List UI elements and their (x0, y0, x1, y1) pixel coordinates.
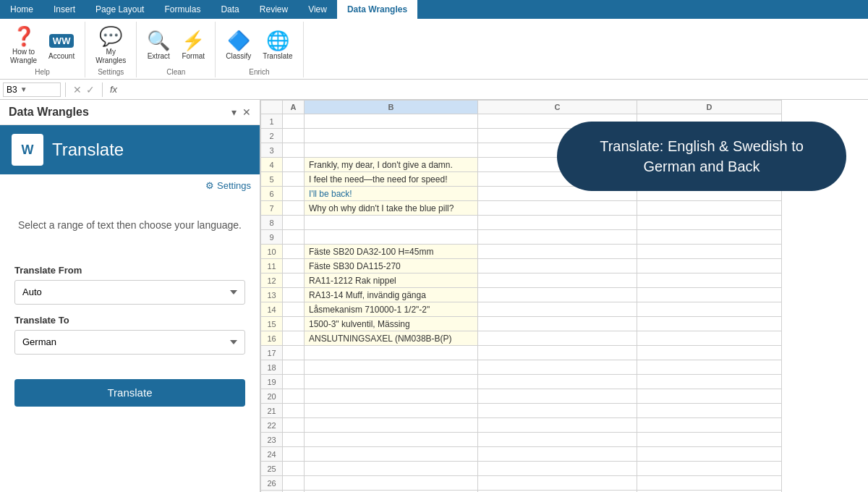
extract-button[interactable]: 🔍 Extract (142, 26, 174, 64)
cell-c24[interactable] (478, 447, 637, 462)
cell-a9[interactable] (283, 230, 305, 245)
tab-datawrangles[interactable]: Data Wrangles (337, 0, 417, 19)
cell-a20[interactable] (283, 389, 305, 404)
cell-c22[interactable] (478, 418, 637, 433)
cell-d22[interactable] (637, 418, 782, 433)
cell-b8[interactable] (305, 216, 478, 230)
tab-review[interactable]: Review (250, 0, 298, 19)
cell-a23[interactable] (283, 433, 305, 447)
cell-a1[interactable] (283, 114, 305, 129)
cell-d19[interactable] (637, 375, 782, 389)
translate-from-select[interactable]: Auto English Swedish French Spanish Germ… (14, 280, 245, 305)
cell-b3[interactable] (305, 143, 478, 158)
tab-insert[interactable]: Insert (43, 0, 85, 19)
cell-a18[interactable] (283, 360, 305, 375)
cell-b23[interactable] (305, 433, 478, 447)
format-button[interactable]: ⚡ Format (177, 26, 209, 64)
spreadsheet[interactable]: Translate: English & Swedish to German a… (260, 100, 868, 492)
cell-d9[interactable] (637, 230, 782, 245)
cell-c21[interactable] (478, 404, 637, 418)
cell-c8[interactable] (478, 216, 637, 230)
cell-b12[interactable]: RA11-1212 Rak nippel (305, 273, 478, 288)
cell-d26[interactable] (637, 476, 782, 491)
cell-c9[interactable] (478, 230, 637, 245)
cell-c23[interactable] (478, 433, 637, 447)
cell-c10[interactable] (478, 245, 637, 259)
cell-d24[interactable] (637, 447, 782, 462)
cell-c26[interactable] (478, 476, 637, 491)
col-header-d[interactable]: D (637, 101, 782, 114)
cell-c13[interactable] (478, 288, 637, 302)
cell-b25[interactable] (305, 462, 478, 476)
cell-a21[interactable] (283, 404, 305, 418)
cell-c18[interactable] (478, 360, 637, 375)
cell-b21[interactable] (305, 404, 478, 418)
cell-a17[interactable] (283, 346, 305, 360)
tab-home[interactable]: Home (0, 0, 43, 19)
cell-a10[interactable] (283, 245, 305, 259)
cell-d25[interactable] (637, 462, 782, 476)
cell-b17[interactable] (305, 346, 478, 360)
cell-a4[interactable] (283, 158, 305, 172)
tab-pagelayout[interactable]: Page Layout (85, 0, 154, 19)
translate-button[interactable]: Translate (14, 379, 245, 407)
cell-b19[interactable] (305, 375, 478, 389)
cell-d14[interactable] (637, 302, 782, 317)
cell-a14[interactable] (283, 302, 305, 317)
cell-d17[interactable] (637, 346, 782, 360)
cell-d23[interactable] (637, 433, 782, 447)
translate-to-select[interactable]: German English Swedish French Spanish (14, 330, 245, 355)
cell-b7[interactable]: Why oh why didn't I take the blue pill? (305, 201, 478, 216)
formula-confirm-icon[interactable]: ✓ (86, 84, 95, 96)
sidebar-close-button[interactable]: ✕ (242, 106, 251, 118)
cell-b1[interactable] (305, 114, 478, 129)
cell-d18[interactable] (637, 360, 782, 375)
cell-d16[interactable] (637, 331, 782, 346)
cell-c12[interactable] (478, 273, 637, 288)
cell-d12[interactable] (637, 273, 782, 288)
cell-a19[interactable] (283, 375, 305, 389)
cell-ref-dropdown-icon[interactable]: ▼ (20, 85, 27, 93)
cell-c14[interactable] (478, 302, 637, 317)
cell-c17[interactable] (478, 346, 637, 360)
cell-b6[interactable]: I'll be back! (305, 187, 478, 201)
cell-c15[interactable] (478, 317, 637, 331)
cell-d11[interactable] (637, 259, 782, 273)
cell-c16[interactable] (478, 331, 637, 346)
formula-input[interactable] (123, 85, 865, 95)
cell-d7[interactable] (637, 201, 782, 216)
my-wrangles-button[interactable]: 💬 MyWrangles (91, 22, 130, 68)
how-to-wrangle-button[interactable]: ❓ How toWrangle (6, 22, 41, 68)
col-header-c[interactable]: C (478, 101, 637, 114)
account-button[interactable]: WW Account (44, 26, 79, 64)
cell-a6[interactable] (283, 187, 305, 201)
cell-a22[interactable] (283, 418, 305, 433)
cell-b14[interactable]: Låsmekanism 710000-1 1/2"-2" (305, 302, 478, 317)
cell-b13[interactable]: RA13-14 Muff, invändig gänga (305, 288, 478, 302)
cell-b9[interactable] (305, 230, 478, 245)
cell-c25[interactable] (478, 462, 637, 476)
tab-data[interactable]: Data (210, 0, 249, 19)
cell-a7[interactable] (283, 201, 305, 216)
cell-d13[interactable] (637, 288, 782, 302)
cell-b4[interactable]: Frankly, my dear, I don't give a damn. (305, 158, 478, 172)
cell-b26[interactable] (305, 476, 478, 491)
cell-a5[interactable] (283, 172, 305, 187)
cell-b20[interactable] (305, 389, 478, 404)
col-header-b[interactable]: B (305, 101, 478, 114)
cell-c19[interactable] (478, 375, 637, 389)
cell-d15[interactable] (637, 317, 782, 331)
cell-d10[interactable] (637, 245, 782, 259)
cell-a13[interactable] (283, 288, 305, 302)
cell-c20[interactable] (478, 389, 637, 404)
col-header-a[interactable]: A (283, 101, 305, 114)
cell-a24[interactable] (283, 447, 305, 462)
cell-d21[interactable] (637, 404, 782, 418)
cell-a11[interactable] (283, 259, 305, 273)
cell-b15[interactable]: 1500-3" kulventil, Mässing (305, 317, 478, 331)
cell-a16[interactable] (283, 331, 305, 346)
tab-formulas[interactable]: Formulas (154, 0, 210, 19)
cell-b11[interactable]: Fäste SB30 DA115-270 (305, 259, 478, 273)
cell-a2[interactable] (283, 129, 305, 143)
cell-b22[interactable] (305, 418, 478, 433)
